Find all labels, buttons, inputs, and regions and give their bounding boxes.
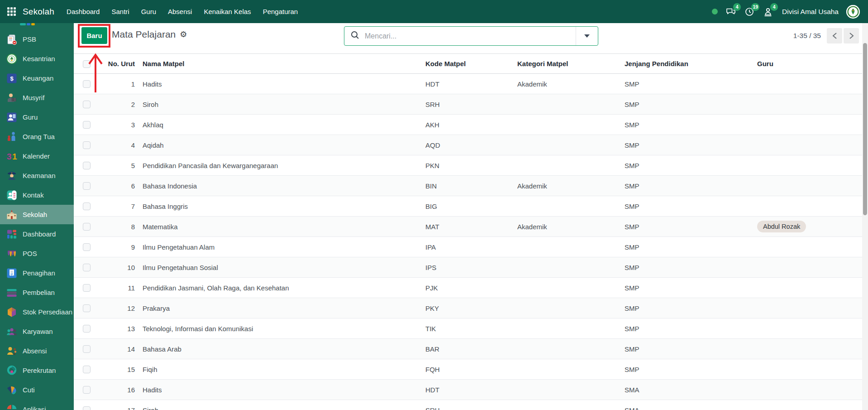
row-checkbox[interactable] [83,203,91,210]
table-row[interactable]: 14 Bahasa Arab BAR SMP [74,339,868,359]
row-checkbox[interactable] [83,121,91,129]
nav-item-absensi[interactable]: Absensi [162,0,198,23]
table-row[interactable]: 5 Pendidikan Pancasila dan Kewarganegara… [74,155,868,176]
sidebar-item-keuangan[interactable]: $ Keuangan [0,68,74,88]
new-record-button[interactable]: Baru [81,27,107,44]
row-checkbox[interactable] [83,243,91,251]
cell-kode-matpel: MAT [425,217,517,237]
row-checkbox[interactable] [83,345,91,353]
sidebar-item-penagihan[interactable]: $ Penagihan [0,263,74,283]
attendance-person-icon [6,345,18,357]
table-row[interactable]: 9 Ilmu Pengetahuan Alam IPA SMP [74,237,868,257]
cell-guru [757,380,868,400]
table-row[interactable]: 7 Bahasa Inggris BIG SMP [74,196,868,217]
top-nav: Dashboard Santri Guru Absensi Kenaikan K… [61,0,304,23]
cell-nama-matpel: Bahasa Inggris [139,196,425,217]
sidebar-item-aplikasi[interactable]: Aplikasi [0,400,74,410]
page-title-row: Mata Pelajaran ⚙ [112,29,187,40]
select-all-checkbox[interactable] [83,60,91,68]
cell-kode-matpel: FQH [425,359,517,380]
sidebar-item-orang-tua[interactable]: Orang Tua [0,127,74,146]
sidebar-item-kesantrian[interactable]: Kesantrian [0,49,74,68]
sidebar-item-label: PSB [23,35,36,43]
cell-jenjang-pendidikan: SMP [625,318,757,339]
sidebar-item-absensi[interactable]: Absensi [0,341,74,361]
nav-item-pengaturan[interactable]: Pengaturan [257,0,304,23]
activities-clock-icon[interactable]: 19 [744,6,755,17]
table-row[interactable]: 3 Akhlaq AKH SMP [74,115,868,135]
table-row[interactable]: 10 Ilmu Pengetahuan Sosial IPS SMP [74,257,868,278]
sidebar-item-perekrutan[interactable]: Perekrutan [0,361,74,380]
nav-item-santri[interactable]: Santri [105,0,135,23]
nav-item-dashboard[interactable]: Dashboard [61,0,105,23]
sidebar-item-keamanan[interactable]: Keamanan [0,166,74,185]
cell-kode-matpel: PKY [425,298,517,318]
header-nama-matpel[interactable]: Nama Matpel [139,54,425,74]
table-row[interactable]: 8 Matematika MAT Akademik SMP Abdul Roza… [74,217,868,237]
sidebar-item-label: Aplikasi [23,405,46,410]
sidebar-item-kontak[interactable]: Kontak [0,185,74,205]
user-menu[interactable]: Divisi Amal Usaha [782,8,839,16]
row-checkbox[interactable] [83,101,91,108]
table-row[interactable]: 4 Aqidah AQD SMP [74,135,868,155]
sidebar-item-kalender[interactable]: 31 Kalender [0,146,74,166]
table-row[interactable]: 2 Siroh SRH SMP [74,94,868,115]
table-row[interactable]: 13 Teknologi, Informasi dan Komunikasi T… [74,318,868,339]
sidebar-item-musyrif[interactable]: Musyrif [0,88,74,107]
scrollbar-thumb[interactable] [863,43,867,215]
vertical-scrollbar[interactable] [862,23,868,410]
nav-item-kenaikan-kelas[interactable]: Kenaikan Kelas [198,0,257,23]
row-checkbox-cell [74,94,93,115]
table-row[interactable]: 17 Siroh SRH SMA [74,400,868,410]
table-row[interactable]: 12 Prakarya PKY SMP [74,298,868,318]
sidebar-item-guru[interactable]: Guru [0,107,74,127]
pager-prev-button[interactable] [827,28,842,43]
pager-next-button[interactable] [844,28,859,43]
table-row[interactable]: 16 Hadits HDT SMA [74,380,868,400]
row-checkbox[interactable] [83,406,91,410]
table-row[interactable]: 15 Fiqih FQH SMP [74,359,868,380]
header-kategori-matpel[interactable]: Kategori Matpel [517,54,625,74]
cell-no-urut: 10 [93,257,139,278]
attendance-user-icon[interactable]: 4 [763,6,773,17]
sidebar-item-label: Kontak [23,191,44,199]
cell-jenjang-pendidikan: SMP [625,94,757,115]
nav-item-guru[interactable]: Guru [135,0,162,23]
sidebar-item-sekolah[interactable]: Sekolah [0,205,74,224]
avatar[interactable] [846,5,860,19]
search-input[interactable] [359,32,576,40]
sidebar-item-pos[interactable]: POS [0,244,74,263]
row-checkbox[interactable] [83,366,91,373]
sidebar-item-dashboard[interactable]: Dashboard [0,224,74,244]
row-checkbox[interactable] [83,162,91,169]
row-checkbox[interactable] [83,264,91,271]
cell-guru [757,257,868,278]
sidebar-item-cuti[interactable]: Cuti [0,380,74,400]
row-checkbox[interactable] [83,141,91,149]
table-row[interactable]: 6 Bahasa Indonesia BIN Akademik SMP [74,176,868,196]
messages-icon[interactable]: 4 [725,6,736,17]
gear-icon[interactable]: ⚙ [180,30,187,39]
row-checkbox[interactable] [83,182,91,190]
header-guru[interactable]: Guru [757,54,868,74]
sidebar-item-psb[interactable]: PSB [0,29,74,49]
cell-kode-matpel: PKN [425,155,517,176]
header-no-urut[interactable]: No. Urut [93,54,139,74]
sidebar-item-karyawan[interactable]: Karyawan [0,322,74,341]
row-checkbox[interactable] [83,80,91,88]
table-row[interactable]: 11 Pendidikan Jasmani, Olah Raga, dan Ke… [74,278,868,298]
row-checkbox[interactable] [83,325,91,333]
sidebar-item-stok-persediaan[interactable]: Stok Persediaan [0,302,74,322]
row-checkbox[interactable] [83,223,91,231]
row-checkbox[interactable] [83,304,91,312]
header-jenjang-pendidikan[interactable]: Jenjang Pendidikan [625,54,757,74]
header-kode-matpel[interactable]: Kode Matpel [425,54,517,74]
search-filter-caret[interactable] [576,27,598,45]
app-brand[interactable]: Sekolah [23,7,54,17]
cell-kode-matpel: HDT [425,74,517,94]
table-row[interactable]: 1 Hadits HDT Akademik SMP [74,74,868,94]
row-checkbox[interactable] [83,386,91,394]
sidebar-item-pembelian[interactable]: Pembelian [0,283,74,302]
row-checkbox[interactable] [83,284,91,292]
apps-grid-icon[interactable] [7,7,16,16]
